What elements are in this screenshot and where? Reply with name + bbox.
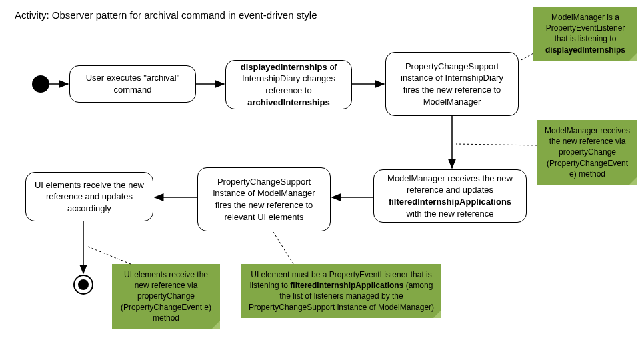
node-text: PropertyChangeSupport instance of ModelM… — [205, 176, 323, 223]
node-text: UI elements receive the new reference an… — [33, 179, 146, 215]
bold-text: archivedInternships — [247, 97, 330, 107]
bold-text: displayedInternships — [241, 62, 327, 72]
node-text: PropertyChangeSupport instance of Intern… — [393, 61, 511, 107]
node-text: User executes "archival" command — [77, 72, 189, 95]
node-modelmanager-updates: ModelManager receives the new reference … — [373, 169, 527, 223]
note-text: UI elements receive the new reference vi… — [121, 270, 211, 323]
pre-text: ModelManager receives the new reference … — [387, 173, 513, 195]
node-ui-receives: UI elements receive the new reference an… — [25, 172, 153, 221]
note-text: ModelManager is a PropertyEventListener … — [546, 13, 625, 43]
note-text: ModelManager receives the new reference … — [545, 126, 630, 179]
svg-line-10 — [273, 232, 293, 264]
note-ui-listener: UI element must be a PropertyEventListen… — [241, 264, 441, 318]
node-displayed-internships: displayedInternships of InternshipDiary … — [225, 60, 352, 109]
note-propertychange-1: ModelManager receives the new reference … — [537, 120, 637, 185]
node-pcs-diary: PropertyChangeSupport instance of Intern… — [385, 52, 519, 116]
bold-text: displayedInternships — [545, 45, 625, 55]
note-propertychange-2: UI elements receive the new reference vi… — [112, 264, 220, 329]
svg-line-11 — [88, 247, 131, 264]
node-text: ModelManager receives the new reference … — [381, 173, 519, 219]
bold-text: filteredInternshipApplications — [389, 197, 511, 207]
diagram-title: Activity: Observer pattern for archival … — [15, 9, 317, 21]
note-modelmanager-listener: ModelManager is a PropertyEventListener … — [533, 7, 637, 61]
node-user-executes: User executes "archival" command — [69, 65, 196, 103]
svg-line-8 — [519, 53, 533, 61]
node-text: displayedInternships of InternshipDiary … — [233, 61, 345, 108]
end-node — [73, 275, 93, 295]
node-pcs-modelmanager: PropertyChangeSupport instance of ModelM… — [197, 167, 331, 231]
bold-text: filteredInternshipApplications — [290, 281, 403, 290]
post-text: with the new reference — [407, 209, 494, 219]
start-node — [32, 75, 49, 93]
svg-line-9 — [456, 144, 537, 145]
